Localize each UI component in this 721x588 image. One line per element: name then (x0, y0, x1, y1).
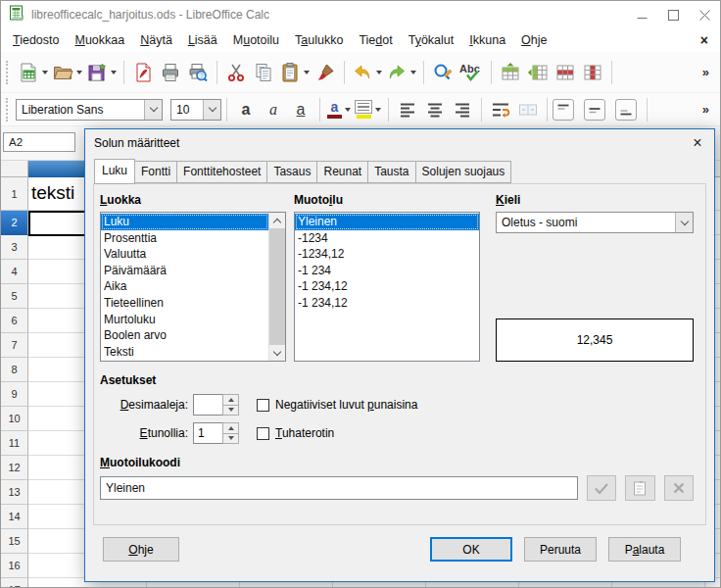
tab-fonttitehosteet[interactable]: Fonttitehosteet (176, 161, 267, 183)
align-bottom-button[interactable] (615, 99, 637, 121)
edit-comment-button[interactable] (625, 475, 654, 501)
row-header[interactable]: 7 (1, 333, 28, 358)
merge-cells-button[interactable] (514, 95, 542, 124)
print-preview-button[interactable] (184, 58, 212, 87)
open-button[interactable] (50, 58, 84, 87)
add-format-button[interactable] (587, 475, 616, 501)
format-code-input[interactable]: Yleinen (100, 476, 578, 500)
row-header[interactable]: 2 (1, 211, 28, 235)
row-header[interactable]: 4 (1, 260, 28, 284)
row-header[interactable]: 11 (1, 431, 28, 456)
spin-up-icon[interactable] (223, 423, 238, 433)
close-document-icon[interactable]: × (700, 33, 708, 47)
menu-tiedot[interactable]: Tiedot (351, 30, 400, 50)
export-pdf-button[interactable] (129, 58, 157, 87)
row-header[interactable]: 14 (1, 505, 28, 529)
language-combo[interactable]: Oletus - suomi (496, 212, 694, 233)
tab-solujen-suojaus[interactable]: Solujen suojaus (415, 161, 512, 183)
tab-luku[interactable]: Luku (94, 159, 135, 184)
align-left-button[interactable] (394, 95, 421, 124)
chevron-down-icon[interactable] (203, 100, 220, 120)
format-item[interactable]: -1 234,12 (295, 295, 479, 312)
cut-button[interactable] (222, 58, 250, 87)
align-center-vertical-button[interactable] (584, 99, 605, 121)
highlight-color-button[interactable] (353, 95, 383, 124)
format-item[interactable]: -1 234 (295, 263, 479, 279)
category-item[interactable]: Murtoluku (101, 312, 268, 328)
font-color-button[interactable]: a (325, 95, 353, 124)
row-header[interactable]: 17 (1, 578, 28, 588)
find-replace-button[interactable] (429, 58, 457, 87)
category-item[interactable]: Valuutta (101, 246, 268, 263)
toolbar-overflow-button[interactable]: » (702, 65, 709, 79)
align-right-button[interactable] (449, 95, 476, 124)
thousands-separator-checkbox[interactable] (257, 427, 269, 440)
category-item[interactable]: Luku (101, 214, 268, 230)
align-center-button[interactable] (421, 95, 449, 124)
close-button[interactable] (689, 1, 720, 28)
insert-row-above-button[interactable] (497, 58, 524, 87)
row-header[interactable]: 9 (1, 382, 28, 407)
row-header[interactable]: 15 (1, 529, 28, 554)
menu-ohje[interactable]: Ohje (513, 30, 554, 50)
category-item[interactable]: Tieteellinen (101, 295, 268, 312)
menu-lisaa[interactable]: Lisää (180, 30, 225, 50)
reset-button[interactable]: Palauta (608, 537, 681, 562)
bold-button[interactable]: a (232, 95, 260, 124)
spin-down-icon[interactable] (223, 433, 238, 444)
category-item[interactable]: Aika (101, 278, 268, 295)
select-all-corner[interactable] (1, 161, 28, 177)
row-header[interactable]: 12 (1, 456, 28, 480)
menu-nayta[interactable]: Näytä (132, 30, 180, 50)
tab-reunat[interactable]: Reunat (316, 161, 368, 183)
format-item[interactable]: -1 234,12 (295, 278, 479, 295)
delete-format-button[interactable] (664, 475, 694, 501)
cancel-button[interactable]: Peruuta (524, 537, 597, 562)
undo-button[interactable] (350, 58, 384, 87)
row-header[interactable]: 10 (1, 407, 28, 431)
maximize-button[interactable] (657, 1, 689, 28)
chevron-down-icon[interactable] (675, 213, 693, 232)
format-item[interactable]: Yleinen (295, 214, 479, 230)
redo-button[interactable] (384, 58, 418, 87)
ok-button[interactable]: OK (430, 537, 512, 562)
row-header[interactable]: 5 (1, 284, 28, 309)
menu-taulukko[interactable]: Taulukko (287, 30, 351, 50)
name-box[interactable]: A2 (3, 132, 75, 152)
paste-button[interactable] (277, 58, 312, 87)
menu-tiedosto[interactable]: Tiedosto (5, 30, 67, 50)
negative-red-checkbox[interactable] (257, 399, 269, 412)
leading-zeroes-stepper[interactable]: 1 (193, 422, 239, 444)
delete-columns-button[interactable] (579, 58, 606, 87)
menu-tyokalut[interactable]: Työkalut (401, 30, 462, 50)
help-button[interactable]: Ohje (103, 537, 179, 562)
scroll-up-icon[interactable] (269, 213, 285, 228)
row-header[interactable]: 1 (1, 177, 28, 211)
delete-rows-button[interactable] (552, 58, 579, 87)
italic-button[interactable]: a (260, 95, 287, 124)
row-header[interactable]: 16 (1, 554, 28, 578)
wrap-text-button[interactable] (487, 95, 514, 124)
row-header[interactable]: 8 (1, 358, 28, 382)
menu-muotoilu[interactable]: Muotoilu (225, 30, 287, 50)
toolbar-grip[interactable] (6, 61, 11, 84)
row-header[interactable]: 13 (1, 480, 28, 505)
toolbar-overflow-button[interactable]: » (702, 102, 709, 117)
minimize-button[interactable] (626, 1, 657, 28)
chevron-down-icon[interactable] (144, 100, 162, 120)
scroll-down-icon[interactable] (269, 345, 285, 361)
insert-column-left-button[interactable] (524, 58, 552, 87)
save-button[interactable] (84, 58, 119, 87)
spin-down-icon[interactable] (223, 405, 238, 416)
leading-zeroes-value[interactable]: 1 (193, 422, 222, 444)
font-size-combo[interactable]: 10 (170, 99, 221, 121)
toolbar-grip[interactable] (6, 98, 11, 122)
spelling-button[interactable]: Abc (457, 58, 486, 87)
format-item[interactable]: -1234 (295, 230, 479, 247)
scrollbar-thumb[interactable] (269, 228, 285, 345)
tab-tausta[interactable]: Tausta (367, 161, 415, 183)
dialog-close-icon[interactable]: × (681, 129, 714, 156)
category-item[interactable]: Boolen arvo (101, 327, 268, 344)
copy-button[interactable] (250, 58, 277, 87)
row-header[interactable]: 6 (1, 309, 28, 333)
